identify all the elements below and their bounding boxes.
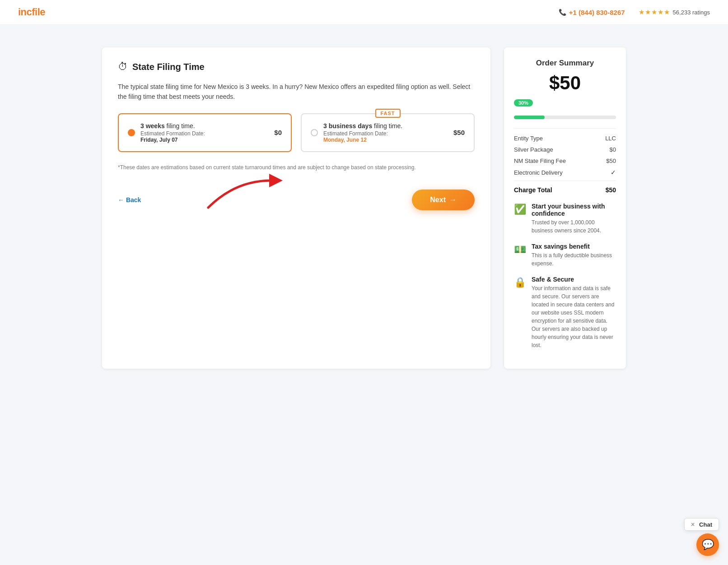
star-rating: ★★★★★ xyxy=(639,8,670,16)
option-price-expedited: $50 xyxy=(453,129,465,136)
chat-bubble-icon: 💬 xyxy=(702,539,714,551)
radio-expedited[interactable] xyxy=(311,129,318,136)
order-card: Order Summary $50 30% Entity Type LLC Si… xyxy=(504,47,626,369)
progress-bar xyxy=(514,116,616,119)
trust-title-secure: Safe & Secure xyxy=(532,276,616,283)
order-line-package: Silver Package $0 xyxy=(514,146,616,153)
charge-total-label: Charge Total xyxy=(514,186,552,194)
trust-item-tax: 💵 Tax savings benefit This is a fully de… xyxy=(514,243,616,268)
timer-icon: ⏱ xyxy=(118,61,128,73)
tax-icon: 💵 xyxy=(514,244,526,255)
filing-options: 3 weeks filing time. Estimated Formation… xyxy=(118,113,475,152)
next-label: Next xyxy=(430,196,446,204)
trust-text-secure: Safe & Secure Your information and data … xyxy=(532,276,616,349)
confidence-icon: ✅ xyxy=(514,204,526,215)
next-button[interactable]: Next → xyxy=(412,190,475,210)
option-title-standard: 3 weeks filing time. xyxy=(140,122,205,130)
logo-text: incfile xyxy=(18,6,45,18)
order-line-entity: Entity Type LLC xyxy=(514,135,616,142)
section-description: The typical state filing time for New Me… xyxy=(118,82,475,102)
option-left-expedited: 3 business days filing time. Estimated F… xyxy=(311,122,402,143)
order-line-total: Charge Total $50 xyxy=(514,181,616,194)
form-actions: ← Back Next → xyxy=(118,190,475,210)
entity-type-value: LLC xyxy=(605,135,616,142)
electronic-delivery-check: ✓ xyxy=(611,169,616,176)
option-title-expedited: 3 business days filing time. xyxy=(323,122,402,130)
progress-badge: 30% xyxy=(514,99,533,107)
entity-type-label: Entity Type xyxy=(514,135,543,142)
option-date-expedited: Monday, June 12 xyxy=(323,137,402,143)
option-sub-expedited: Estimated Formation Date: xyxy=(323,130,402,137)
option-price-standard: $0 xyxy=(274,129,282,136)
chat-label-bar: × Chat xyxy=(684,518,719,531)
phone-number: +1 (844) 830-8267 xyxy=(569,9,625,16)
arrow-svg xyxy=(199,153,299,212)
silver-package-label: Silver Package xyxy=(514,146,553,153)
section-title: State Filing Time xyxy=(132,62,205,72)
trust-desc-secure: Your information and data is safe and se… xyxy=(532,284,616,349)
filing-option-expedited[interactable]: FAST 3 business days filing time. Estima… xyxy=(301,113,475,152)
trust-item-confidence: ✅ Start your business with confidence Tr… xyxy=(514,203,616,235)
chat-close-icon[interactable]: × xyxy=(691,521,695,528)
option-date-standard: Friday, July 07 xyxy=(140,137,205,143)
trust-desc-confidence: Trusted by over 1,000,000 business owner… xyxy=(532,218,616,235)
trust-item-secure: 🔒 Safe & Secure Your information and dat… xyxy=(514,276,616,349)
option-left-standard: 3 weeks filing time. Estimated Formation… xyxy=(128,122,205,143)
chat-bubble-button[interactable]: 💬 xyxy=(696,533,719,556)
order-summary-title: Order Summary xyxy=(514,59,616,68)
rating-area: ★★★★★ 56,233 ratings xyxy=(639,8,710,16)
phone-icon: 📞 xyxy=(559,9,566,16)
trust-desc-tax: This is a fully deductible business expe… xyxy=(532,251,616,268)
next-arrow-icon: → xyxy=(449,196,457,204)
svg-marker-0 xyxy=(269,174,283,187)
order-summary-price: $50 xyxy=(514,72,616,94)
section-header: ⏱ State Filing Time xyxy=(118,61,475,73)
progress-bar-fill xyxy=(514,116,545,119)
page-content: ⏱ State Filing Time The typical state fi… xyxy=(93,47,635,369)
lock-icon: 🔒 xyxy=(514,277,526,288)
trust-text-tax: Tax savings benefit This is a fully dedu… xyxy=(532,243,616,268)
arrow-annotation xyxy=(199,153,299,214)
order-line-state-fee: NM State Filing Fee $50 xyxy=(514,157,616,164)
fast-badge: FAST xyxy=(375,109,400,118)
state-fee-value: $50 xyxy=(606,157,616,164)
charge-total-value: $50 xyxy=(606,186,616,194)
back-button[interactable]: ← Back xyxy=(118,196,141,204)
chat-label: Chat xyxy=(699,521,712,528)
filing-option-standard[interactable]: 3 weeks filing time. Estimated Formation… xyxy=(118,113,292,152)
rating-count: 56,233 ratings xyxy=(673,9,710,16)
option-sub-standard: Estimated Formation Date: xyxy=(140,130,205,137)
trust-title-confidence: Start your business with confidence xyxy=(532,203,616,217)
trust-items: ✅ Start your business with confidence Tr… xyxy=(514,203,616,349)
order-line-items: Entity Type LLC Silver Package $0 NM Sta… xyxy=(514,128,616,194)
main-panel: ⏱ State Filing Time The typical state fi… xyxy=(102,47,490,369)
logo[interactable]: incfile xyxy=(18,6,45,18)
option-text-standard: 3 weeks filing time. Estimated Formation… xyxy=(140,122,205,143)
order-panel: Order Summary $50 30% Entity Type LLC Si… xyxy=(504,47,626,369)
disclaimer-text: *These dates are estimations based on cu… xyxy=(118,163,475,171)
state-fee-label: NM State Filing Fee xyxy=(514,157,566,164)
silver-package-value: $0 xyxy=(610,146,616,153)
radio-standard[interactable] xyxy=(128,129,135,136)
chat-widget: × Chat 💬 xyxy=(684,518,719,556)
trust-title-tax: Tax savings benefit xyxy=(532,243,616,250)
electronic-delivery-label: Electronic Delivery xyxy=(514,169,563,176)
header-right: 📞 +1 (844) 830-8267 ★★★★★ 56,233 ratings xyxy=(559,8,710,16)
header: incfile 📞 +1 (844) 830-8267 ★★★★★ 56,233… xyxy=(0,0,728,25)
order-line-delivery: Electronic Delivery ✓ xyxy=(514,169,616,176)
phone-link[interactable]: 📞 +1 (844) 830-8267 xyxy=(559,9,625,16)
option-text-expedited: 3 business days filing time. Estimated F… xyxy=(323,122,402,143)
trust-text-confidence: Start your business with confidence Trus… xyxy=(532,203,616,235)
